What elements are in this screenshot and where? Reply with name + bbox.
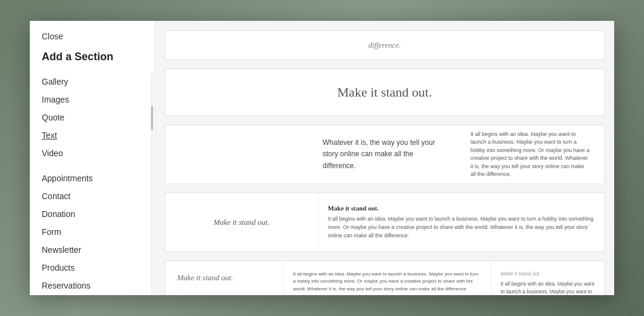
sidebar-scrollbar-track bbox=[151, 73, 153, 295]
sidebar-item-appointments[interactable]: Appointments bbox=[42, 169, 143, 187]
sidebar-item-video[interactable]: Video bbox=[42, 144, 143, 162]
sidebar-item-social[interactable]: Social bbox=[42, 295, 143, 295]
sidebar-item-newsletter[interactable]: Newsletter bbox=[42, 241, 143, 259]
close-button[interactable]: Close bbox=[30, 21, 154, 47]
card2-main-text: Make it stand out. bbox=[165, 69, 604, 116]
card3-right-title: Whatever it is, the way you tell your st… bbox=[323, 137, 442, 172]
template-card-2[interactable]: Make it stand out. bbox=[165, 69, 605, 116]
modal: Close Add a Section Gallery Images Quote… bbox=[30, 21, 614, 295]
sidebar-scrollbar-thumb[interactable] bbox=[151, 106, 153, 130]
card5-center-body: It all begins with an idea. Maybe you wa… bbox=[293, 271, 481, 295]
card5-col1: Make it stand out. bbox=[165, 261, 283, 295]
card5-left-title: Make it stand out. bbox=[177, 273, 233, 283]
sidebar-item-contact[interactable]: Contact bbox=[42, 187, 143, 205]
template-card-3[interactable]: Whatever it is, the way you tell your st… bbox=[165, 125, 605, 184]
sidebar-item-gallery[interactable]: Gallery bbox=[42, 73, 143, 91]
sidebar-item-quote[interactable]: Quote bbox=[42, 109, 143, 126]
card5-right-title: Make it stand out. bbox=[501, 271, 595, 277]
sidebar-scroll-container: Gallery Images Quote Text Video Appointm… bbox=[30, 73, 154, 295]
card1-text: difference. bbox=[369, 41, 401, 50]
sidebar-item-form[interactable]: Form bbox=[42, 223, 143, 241]
sidebar-item-reservations[interactable]: Reservations bbox=[42, 277, 143, 295]
sidebar-item-products[interactable]: Products bbox=[42, 259, 143, 277]
card3-right-small: It all begins with an idea. Maybe you wa… bbox=[470, 131, 590, 179]
modal-title: Add a Section bbox=[30, 47, 154, 73]
card4-col2-title: Make it stand out. bbox=[328, 205, 595, 212]
sidebar-item-images[interactable]: Images bbox=[42, 91, 143, 109]
card4-col2: Make it stand out. It all begins with an… bbox=[318, 193, 604, 252]
content-area: difference. Make it stand out. Whatever … bbox=[155, 21, 614, 295]
card3-left-col bbox=[165, 125, 308, 184]
card4-col1: Make it stand out. bbox=[165, 193, 318, 252]
card5-right-body: It all begins with an idea. Maybe you wa… bbox=[501, 280, 595, 295]
sidebar-divider bbox=[42, 162, 143, 169]
template-card-4[interactable]: Make it stand out. Make it stand out. It… bbox=[165, 193, 605, 252]
card5-col3: Make it stand out. It all begins with an… bbox=[491, 261, 605, 295]
card3-right-col: Whatever it is, the way you tell your st… bbox=[308, 125, 456, 184]
card4-col1-title: Make it stand out. bbox=[213, 218, 270, 227]
card4-col2-body: It all begins with an idea. Maybe you wa… bbox=[328, 215, 595, 240]
card5-col2: It all begins with an idea. Maybe you wa… bbox=[283, 261, 491, 295]
template-card-1[interactable]: difference. bbox=[165, 30, 605, 60]
card3-right-small-col: It all begins with an idea. Maybe you wa… bbox=[456, 125, 604, 184]
sidebar: Close Add a Section Gallery Images Quote… bbox=[30, 21, 155, 295]
sidebar-item-donation[interactable]: Donation bbox=[42, 205, 143, 223]
template-card-5[interactable]: Make it stand out. It all begins with an… bbox=[165, 261, 605, 295]
sidebar-item-text[interactable]: Text bbox=[42, 126, 143, 144]
sidebar-items-list: Gallery Images Quote Text Video Appointm… bbox=[30, 73, 154, 295]
